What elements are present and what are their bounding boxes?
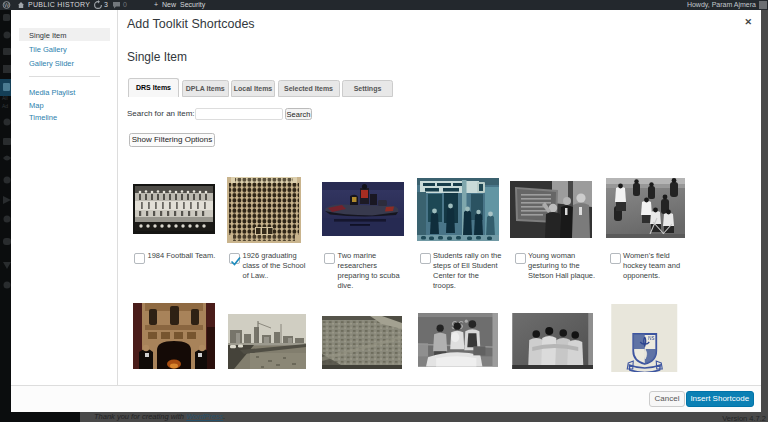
svg-text:Ad: Ad [2,103,8,109]
svg-text:All: All [2,95,8,101]
svg-text:W: W [4,2,10,8]
svg-text:NS: NS [648,336,654,341]
